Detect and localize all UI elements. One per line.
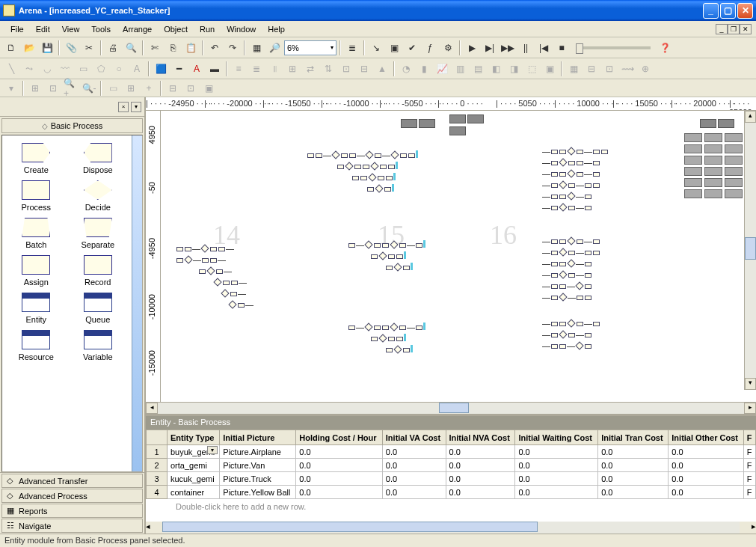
menu-file[interactable]: File xyxy=(4,22,30,36)
front[interactable]: ▲ xyxy=(374,61,390,77)
bezier-tool[interactable]: 〰 xyxy=(57,61,73,77)
col-header[interactable]: Initial Other Cost xyxy=(669,430,743,445)
add-row-hint[interactable]: Double-click here to add a new row. xyxy=(146,499,756,514)
flip-h[interactable]: ⇄ xyxy=(302,61,319,77)
ungroup[interactable]: ⊟ xyxy=(356,61,372,77)
table-row[interactable]: 1buyuk_gemiPicture.Airplane0.00.00.00.00… xyxy=(147,445,756,459)
flowchart[interactable]: ——— xyxy=(307,148,418,195)
menu-view[interactable]: View xyxy=(56,22,86,36)
grid-h-scrollbar[interactable]: ◂▸ xyxy=(146,522,756,534)
table-row[interactable]: 4containerPicture.Yellow Ball0.00.00.00.… xyxy=(147,486,756,499)
text-tool[interactable]: A xyxy=(129,61,145,77)
anim2[interactable]: ◨ xyxy=(505,61,522,77)
col-header[interactable]: Initial Picture xyxy=(220,430,296,445)
module-record[interactable]: Record xyxy=(84,255,112,287)
open-button[interactable]: 📂 xyxy=(21,40,37,56)
panel-tab-reports[interactable]: ▦Reports xyxy=(1,504,143,518)
chart-bar[interactable]: ▮ xyxy=(416,61,432,77)
pause-button[interactable]: || xyxy=(517,40,534,56)
stop-button[interactable]: ■ xyxy=(553,40,570,56)
undo-button[interactable]: ↶ xyxy=(206,40,223,56)
col-header[interactable]: Initial NVA Cost xyxy=(446,430,515,445)
print-button[interactable]: 🖨 xyxy=(105,40,121,56)
model-canvas[interactable]: 14 15 16 ——— —— xyxy=(161,111,756,402)
chart-plot[interactable]: 📈 xyxy=(434,61,450,77)
flowchart[interactable]: —— xyxy=(348,320,425,356)
flip-v[interactable]: ⇅ xyxy=(320,61,336,77)
detach-button[interactable]: ✂ xyxy=(81,40,97,56)
v3[interactable]: + xyxy=(141,80,157,97)
menu-edit[interactable]: Edit xyxy=(30,22,56,36)
paste-button[interactable]: 📋 xyxy=(182,40,199,56)
canvas-v-scrollbar[interactable]: ▴▾ xyxy=(744,111,756,390)
mdi-minimize[interactable]: _ xyxy=(716,24,728,34)
connect-button[interactable]: ↘ xyxy=(368,40,384,56)
snap1[interactable]: ⊞ xyxy=(27,80,43,97)
route[interactable]: ⟿ xyxy=(619,61,636,77)
module-decide[interactable]: Decide xyxy=(84,180,112,212)
col-header[interactable]: Entity Type xyxy=(168,430,220,445)
maximize-button[interactable]: ▢ xyxy=(720,3,736,19)
copy-button[interactable]: ⎘ xyxy=(165,40,181,56)
module-resource[interactable]: Resource xyxy=(19,330,54,361)
module-batch[interactable]: Batch xyxy=(22,218,50,249)
panel-tab-advanced-transfer[interactable]: ◇Advanced Transfer xyxy=(1,474,143,488)
module-entity[interactable]: Entity xyxy=(22,293,50,324)
anim1[interactable]: ◧ xyxy=(488,61,504,77)
entity-table[interactable]: Entity TypeInitial PictureHolding Cost /… xyxy=(146,430,756,499)
chart-pie[interactable]: ◔ xyxy=(398,61,414,77)
fill-color[interactable]: 🟦 xyxy=(153,61,169,77)
module-dispose[interactable]: Dispose xyxy=(83,143,113,174)
fastforward-button[interactable]: ▶▶ xyxy=(500,40,516,56)
new-button[interactable]: 🗋 xyxy=(3,40,19,56)
v5[interactable]: ⊡ xyxy=(182,80,199,97)
panel-tab-navigate[interactable]: ☷Navigate xyxy=(1,519,143,533)
anim3[interactable]: ⬚ xyxy=(523,61,540,77)
line-color[interactable]: ━ xyxy=(170,61,187,77)
polyline-tool[interactable]: ⤳ xyxy=(21,61,37,77)
anim4[interactable]: ▣ xyxy=(541,61,558,77)
minimize-button[interactable]: _ xyxy=(703,3,719,19)
layers-button[interactable]: ≣ xyxy=(344,40,360,56)
resource-pic[interactable]: ▦ xyxy=(565,61,582,77)
check-button[interactable]: ✔ xyxy=(404,40,420,56)
zoomin[interactable]: 🔍+ xyxy=(63,80,79,97)
flowchart[interactable]: —— —— —— —— —— —— xyxy=(542,144,609,214)
group[interactable]: ⊡ xyxy=(338,61,354,77)
v6[interactable]: ▣ xyxy=(200,80,217,97)
mdi-close[interactable]: ✕ xyxy=(740,24,752,34)
col-header[interactable]: Initial Tran Cost xyxy=(598,430,669,445)
mdi-restore[interactable]: ❐ xyxy=(728,24,740,34)
v4[interactable]: ⊟ xyxy=(165,80,181,97)
ellipse-tool[interactable]: ○ xyxy=(111,61,127,77)
submodel-button[interactable]: ▣ xyxy=(386,40,402,56)
col-header[interactable]: Initial Waiting Cost xyxy=(515,430,598,445)
zoom-button[interactable]: 🔎 xyxy=(266,40,283,56)
speed-slider[interactable] xyxy=(576,46,651,49)
menu-arrange[interactable]: Arrange xyxy=(117,22,158,36)
panel-tab-advanced-process[interactable]: ◇Advanced Process xyxy=(1,489,143,503)
v1[interactable]: ▭ xyxy=(105,80,121,97)
save-button[interactable]: 💾 xyxy=(39,40,55,56)
go-button[interactable]: ▶ xyxy=(464,40,480,56)
table-row[interactable]: 2orta_gemiPicture.Van0.00.00.00.00.00.0F xyxy=(147,459,756,472)
global[interactable]: ⊕ xyxy=(637,61,654,77)
grid-button[interactable]: ▦ xyxy=(248,40,265,56)
zoomout[interactable]: 🔍- xyxy=(81,80,97,97)
flowchart[interactable]: —— —— —— xyxy=(542,317,600,352)
canvas-h-scrollbar[interactable]: ◂▸ xyxy=(146,402,756,414)
chart-level[interactable]: ▤ xyxy=(470,61,486,77)
zoom-combo[interactable]: 6% xyxy=(284,40,336,55)
attach-button[interactable]: 📎 xyxy=(63,40,79,56)
bg-color[interactable]: ▬ xyxy=(206,61,223,77)
station[interactable]: ⊡ xyxy=(601,61,618,77)
panel-scrollbar[interactable] xyxy=(132,135,142,471)
queue-pic[interactable]: ⊟ xyxy=(583,61,600,77)
step-button[interactable]: ▶| xyxy=(482,40,498,56)
box-tool[interactable]: ▭ xyxy=(75,61,91,77)
start-over-button[interactable]: |◀ xyxy=(535,40,552,56)
menu-help[interactable]: Help xyxy=(262,22,291,36)
align1[interactable]: ≡ xyxy=(230,61,247,77)
pointer[interactable]: ▾ xyxy=(3,80,19,97)
menu-tools[interactable]: Tools xyxy=(85,22,117,36)
